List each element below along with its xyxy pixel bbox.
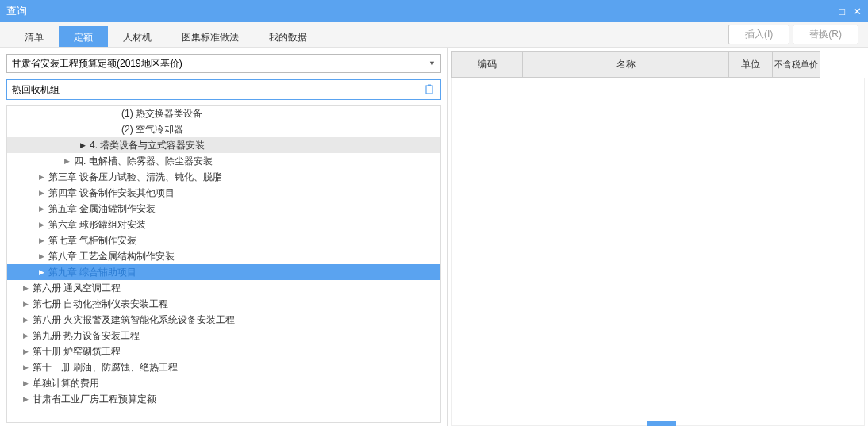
caret-icon: ▶ xyxy=(21,316,29,324)
tree-item-label: 4. 塔类设备与立式容器安装 xyxy=(90,139,205,152)
window-controls: □ ✕ xyxy=(839,6,862,17)
resize-handle[interactable] xyxy=(647,421,676,426)
caret-icon: ▶ xyxy=(37,205,45,213)
caret-icon: ▶ xyxy=(37,252,45,260)
tab-list[interactable]: 清单 xyxy=(10,26,59,47)
caret-icon: ▶ xyxy=(21,332,29,340)
caret-icon: ▶ xyxy=(37,236,45,244)
right-panel: 编码名称单位不含税单价 xyxy=(448,48,868,426)
tree-item[interactable]: ▶单独计算的费用 xyxy=(7,375,440,391)
tab-quota[interactable]: 定额 xyxy=(59,26,108,47)
tree-item-label: 第八章 工艺金属结构制作安装 xyxy=(48,250,175,263)
tree-item[interactable]: ▶第七章 气柜制作安装 xyxy=(7,232,440,248)
tree-view[interactable]: (1) 热交换器类设备(2) 空气冷却器▶4. 塔类设备与立式容器安装▶四. 电… xyxy=(6,105,441,423)
toolbar-buttons: 插入(I) 替换(R) xyxy=(728,25,858,47)
tree-item[interactable]: ▶第八册 火灾报警及建筑智能化系统设备安装工程 xyxy=(7,312,440,328)
search-row xyxy=(6,79,441,100)
tree-item[interactable]: ▶第三章 设备压力试验、清洗、钝化、脱脂 xyxy=(7,169,440,185)
tab-mydata[interactable]: 我的数据 xyxy=(254,26,322,47)
caret-icon: ▶ xyxy=(79,141,86,149)
tree-item-label: 第十册 炉窑砌筑工程 xyxy=(33,345,121,359)
tree-item-label: 四. 电解槽、除雾器、除尘器安装 xyxy=(74,155,213,168)
tab-atlas[interactable]: 图集标准做法 xyxy=(167,26,254,47)
grid-column-header[interactable]: 名称 xyxy=(523,51,729,78)
caret-icon: ▶ xyxy=(21,284,29,292)
caret-icon: ▶ xyxy=(21,379,29,387)
tree-item-label: 第九章 综合辅助项目 xyxy=(48,266,136,279)
caret-icon: ▶ xyxy=(37,189,45,197)
grid-column-header[interactable]: 不含税单价 xyxy=(773,51,820,78)
tree-item[interactable]: (2) 空气冷却器 xyxy=(7,121,440,137)
replace-button[interactable]: 替换(R) xyxy=(793,25,858,44)
grid-body[interactable] xyxy=(451,78,865,426)
quota-dropdown[interactable]: 甘肃省安装工程预算定额(2019地区基价) ▼ xyxy=(6,54,441,73)
search-input[interactable] xyxy=(12,84,423,95)
search-box xyxy=(6,79,441,100)
caret-icon: ▶ xyxy=(63,157,71,165)
tree-item-label: (1) 热交换器类设备 xyxy=(121,107,202,121)
tree-item[interactable]: ▶第八章 工艺金属结构制作安装 xyxy=(7,248,440,264)
tree-item[interactable]: ▶第九章 综合辅助项目 xyxy=(7,264,440,280)
tab-labor[interactable]: 人材机 xyxy=(108,26,167,47)
tree-item[interactable]: ▶甘肃省工业厂房工程预算定额 xyxy=(7,391,440,407)
toolbar: 清单 定额 人材机 图集标准做法 我的数据 插入(I) 替换(R) xyxy=(0,22,868,48)
tree-item[interactable]: ▶4. 塔类设备与立式容器安装 xyxy=(7,137,440,153)
grid-column-header[interactable]: 编码 xyxy=(451,51,523,78)
tree-item-label: 第十一册 刷油、防腐蚀、绝热工程 xyxy=(33,361,178,374)
tab-bar: 清单 定额 人材机 图集标准做法 我的数据 xyxy=(10,22,322,47)
caret-icon: ▶ xyxy=(37,173,45,181)
tree-item[interactable]: ▶第九册 热力设备安装工程 xyxy=(7,328,440,343)
caret-icon: ▶ xyxy=(37,221,45,228)
insert-button[interactable]: 插入(I) xyxy=(728,25,789,44)
caret-icon: ▶ xyxy=(21,347,29,355)
tree-item[interactable]: (1) 热交换器类设备 xyxy=(7,106,440,121)
chevron-down-icon: ▼ xyxy=(428,59,436,67)
tree-item-label: 第三章 设备压力试验、清洗、钝化、脱脂 xyxy=(48,171,222,184)
tree-item-label: 单独计算的费用 xyxy=(33,377,99,390)
tree-item[interactable]: ▶第十册 炉窑砌筑工程 xyxy=(7,343,440,359)
caret-icon: ▶ xyxy=(21,300,29,308)
clipboard-icon[interactable] xyxy=(423,83,436,96)
tree-item-label: 第五章 金属油罐制作安装 xyxy=(48,202,156,216)
caret-icon: ▶ xyxy=(21,395,29,403)
caret-icon: ▶ xyxy=(37,268,45,276)
tree-item-label: 第七册 自动化控制仪表安装工程 xyxy=(33,297,168,311)
window-title: 查询 xyxy=(6,4,27,18)
content: 甘肃省安装工程预算定额(2019地区基价) ▼ (1) 热交换器类设备(2) 空… xyxy=(0,48,868,426)
title-bar: 查询 □ ✕ xyxy=(0,0,868,22)
tree-item[interactable]: ▶第五章 金属油罐制作安装 xyxy=(7,201,440,217)
tree-item-label: 第八册 火灾报警及建筑智能化系统设备安装工程 xyxy=(33,313,235,327)
tree-item[interactable]: ▶第四章 设备制作安装其他项目 xyxy=(7,185,440,201)
tree-item-label: 第九册 热力设备安装工程 xyxy=(33,329,140,343)
tree-item[interactable]: ▶第六章 球形罐组对安装 xyxy=(7,217,440,232)
tree-item-label: 第六章 球形罐组对安装 xyxy=(48,218,146,232)
svg-rect-0 xyxy=(426,86,432,94)
left-panel: 甘肃省安装工程预算定额(2019地区基价) ▼ (1) 热交换器类设备(2) 空… xyxy=(0,48,448,426)
tree-item-label: (2) 空气冷却器 xyxy=(121,123,183,136)
tree-item[interactable]: ▶第六册 通风空调工程 xyxy=(7,280,440,296)
tree-item[interactable]: ▶四. 电解槽、除雾器、除尘器安装 xyxy=(7,153,440,169)
grid-header: 编码名称单位不含税单价 xyxy=(451,51,865,78)
caret-icon: ▶ xyxy=(21,363,29,371)
maximize-icon[interactable]: □ xyxy=(839,6,845,17)
tree-item-label: 甘肃省工业厂房工程预算定额 xyxy=(33,393,156,406)
grid-column-header[interactable]: 单位 xyxy=(729,51,773,78)
dropdown-value: 甘肃省安装工程预算定额(2019地区基价) xyxy=(12,57,182,71)
tree-item-label: 第七章 气柜制作安装 xyxy=(48,234,136,248)
tree-item-label: 第六册 通风空调工程 xyxy=(33,282,121,295)
tree-item-label: 第四章 设备制作安装其他项目 xyxy=(48,186,175,200)
close-icon[interactable]: ✕ xyxy=(853,6,862,17)
svg-rect-1 xyxy=(428,85,431,86)
tree-item[interactable]: ▶第十一册 刷油、防腐蚀、绝热工程 xyxy=(7,359,440,375)
tree-item[interactable]: ▶第七册 自动化控制仪表安装工程 xyxy=(7,296,440,312)
